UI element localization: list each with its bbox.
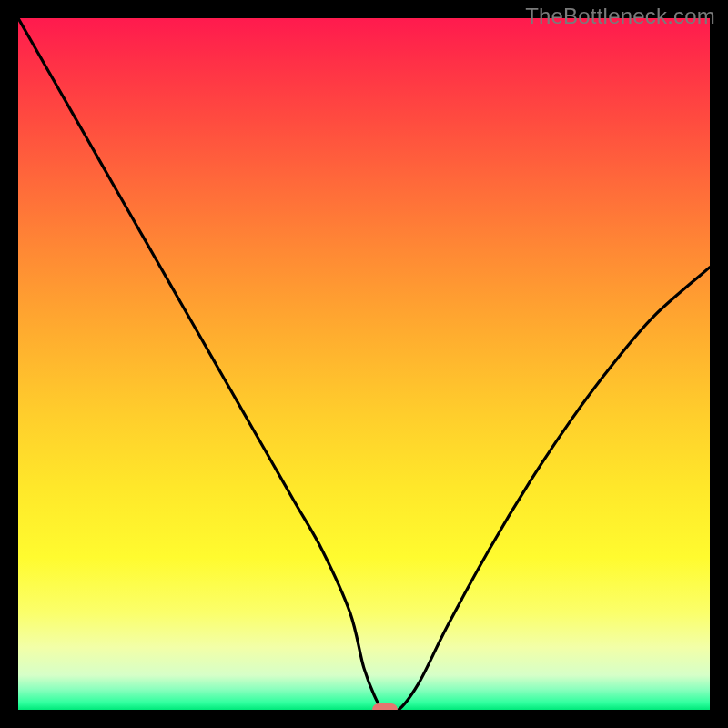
chart-frame: TheBottleneck.com [0,0,728,728]
plot-area [18,18,710,710]
watermark-text: TheBottleneck.com [525,4,715,29]
bottleneck-curve [18,18,710,710]
optimal-marker [372,703,398,710]
